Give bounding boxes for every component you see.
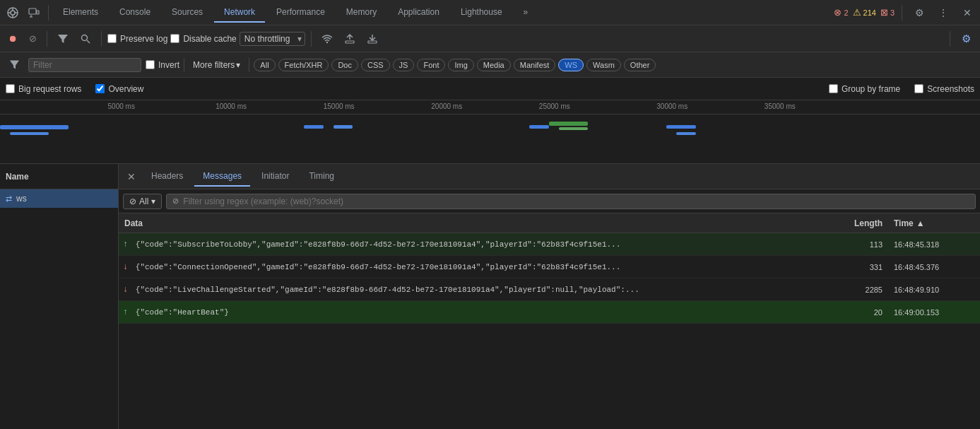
- row-time-3: 16:48:49.910: [888, 286, 980, 294]
- toolbar-sep-2: [101, 31, 102, 47]
- tab-memory[interactable]: Memory: [336, 3, 386, 23]
- filter-type-ws[interactable]: WS: [558, 59, 584, 71]
- search-icon[interactable]: [76, 29, 95, 49]
- tab-console[interactable]: Console: [110, 3, 160, 23]
- tab-application[interactable]: Application: [388, 3, 449, 23]
- filter-type-fetch/xhr[interactable]: Fetch/XHR: [278, 59, 329, 71]
- tab-more[interactable]: »: [514, 3, 538, 23]
- row-length-2: 331: [817, 263, 888, 271]
- devtools-icon[interactable]: [3, 3, 23, 23]
- error-badge[interactable]: ⊗ 2: [834, 7, 848, 18]
- filter-type-css[interactable]: CSS: [361, 59, 390, 71]
- filter-type-js[interactable]: JS: [393, 59, 415, 71]
- disable-cache-text: Disable cache: [183, 34, 236, 44]
- upload-icon[interactable]: [340, 29, 360, 49]
- invert-label[interactable]: Invert: [146, 60, 179, 70]
- record-button[interactable]: ⏺: [4, 30, 21, 47]
- settings-icon-inner: ⚙: [962, 33, 971, 45]
- big-rows-label[interactable]: Big request rows: [6, 84, 81, 94]
- filter-input[interactable]: [33, 60, 125, 70]
- svg-rect-14: [346, 41, 354, 43]
- table-row[interactable]: ↓ {"code":"LiveChallengeStarted","gameId…: [119, 278, 980, 301]
- filter-regex-icon: ⊘: [172, 196, 179, 206]
- screenshots-label[interactable]: Screenshots: [914, 84, 974, 94]
- filter-input-wrapper[interactable]: [28, 58, 141, 72]
- tab-timing[interactable]: Timing: [300, 167, 343, 187]
- sort-icon: ▲: [916, 218, 925, 228]
- device-toggle-icon[interactable]: [24, 3, 44, 23]
- filter-type-font[interactable]: Font: [417, 59, 445, 71]
- filter-type-wasm[interactable]: Wasm: [586, 59, 621, 71]
- info-badge[interactable]: ⊠ 3: [880, 7, 895, 18]
- tab-elements[interactable]: Elements: [53, 3, 108, 23]
- more-filters-chevron-icon: ▾: [236, 60, 240, 70]
- network-settings-icon[interactable]: ⚙: [956, 29, 976, 49]
- download-icon[interactable]: [362, 29, 382, 49]
- info-count: 3: [890, 8, 895, 17]
- filter-type-doc[interactable]: Doc: [331, 59, 358, 71]
- more-options-icon[interactable]: ⋮: [933, 3, 953, 23]
- tab-performance[interactable]: Performance: [266, 3, 335, 23]
- table-row[interactable]: ↑ {"code":"HeartBeat"} 20 16:49:00.153: [119, 301, 980, 324]
- filter-funnel-icon[interactable]: [4, 55, 24, 75]
- filter-type-media[interactable]: Media: [477, 59, 511, 71]
- wifi-icon[interactable]: [317, 29, 337, 49]
- messages-tab-bar: ✕ Headers Messages Initiator Timing: [119, 164, 980, 189]
- filter-type-other[interactable]: Other: [624, 59, 656, 71]
- disable-cache-checkbox[interactable]: [170, 34, 179, 43]
- filter-bar: Invert More filters ▾ AllFetch/XHRDocCSS…: [0, 52, 980, 78]
- more-filters-button[interactable]: More filters ▾: [189, 59, 244, 71]
- disable-cache-label[interactable]: Disable cache: [170, 34, 236, 44]
- preserve-log-checkbox[interactable]: [107, 34, 117, 43]
- ws-label: ws: [16, 194, 27, 204]
- close-icon[interactable]: ✕: [957, 3, 977, 23]
- tab-messages[interactable]: Messages: [194, 167, 250, 187]
- filter-type-img[interactable]: Img: [448, 59, 473, 71]
- settings-icon[interactable]: ⚙: [909, 3, 929, 23]
- row-length-1: 113: [817, 240, 888, 249]
- tab-sources[interactable]: Sources: [162, 3, 213, 23]
- tl-bar-6: [549, 122, 588, 126]
- content-area: Name ⇄ ws ✕ Headers Messages Initiator T…: [0, 164, 980, 429]
- stop-button[interactable]: ⊘: [24, 30, 41, 47]
- screenshots-checkbox[interactable]: [914, 84, 923, 93]
- group-by-frame-checkbox[interactable]: [829, 84, 838, 93]
- warning-badge[interactable]: ⚠ 214: [853, 7, 876, 18]
- tab-headers[interactable]: Headers: [143, 167, 191, 187]
- filter-type-all[interactable]: All: [254, 59, 275, 71]
- messages-filter-field[interactable]: [183, 196, 969, 206]
- overview-label[interactable]: Overview: [95, 84, 143, 94]
- preserve-log-label[interactable]: Preserve log: [107, 34, 167, 44]
- tl-bar-2: [10, 132, 49, 135]
- throttle-select[interactable]: No throttling: [240, 32, 305, 46]
- col-time-text: Time: [894, 218, 914, 228]
- filter-icon[interactable]: [53, 29, 73, 49]
- timeline-container: 5000 ms 10000 ms 15000 ms 20000 ms 25000…: [0, 100, 980, 164]
- group-by-frame-label[interactable]: Group by frame: [829, 84, 900, 94]
- tab-initiator[interactable]: Initiator: [253, 167, 297, 187]
- throttle-wrapper[interactable]: No throttling: [240, 32, 305, 46]
- tab-separator-1: [48, 5, 49, 20]
- error-count: 2: [844, 8, 848, 17]
- overview-checkbox[interactable]: [95, 84, 105, 93]
- filter-type-manifest[interactable]: Manifest: [514, 59, 556, 71]
- table-row[interactable]: ↑ {"code":"SubscribeToLobby","gameId":"e…: [119, 233, 980, 256]
- table-row[interactable]: ↓ {"code":"ConnectionOpened","gameId":"e…: [119, 256, 980, 278]
- tab-lighthouse[interactable]: Lighthouse: [451, 3, 512, 23]
- arrow-down-icon: ↓: [123, 285, 128, 295]
- close-panel-button[interactable]: ✕: [123, 170, 140, 184]
- messages-filter-input[interactable]: ⊘: [166, 194, 976, 209]
- filter-sep: [184, 58, 184, 72]
- big-rows-checkbox[interactable]: [6, 84, 15, 93]
- ws-row[interactable]: ⇄ ws: [0, 189, 118, 208]
- table-header: Data Length Time ▲: [119, 213, 980, 233]
- invert-checkbox[interactable]: [146, 60, 155, 69]
- tick-15000: 15000 ms: [324, 102, 355, 110]
- row-data-1: ↑ {"code":"SubscribeToLobby","gameId":"e…: [119, 240, 817, 249]
- panel-header: Name: [0, 164, 118, 189]
- col-time-header: Time ▲: [888, 218, 980, 228]
- tab-network[interactable]: Network: [214, 3, 265, 23]
- left-panel: Name ⇄ ws: [0, 164, 119, 429]
- all-dropdown[interactable]: ⊘ All ▾: [123, 194, 162, 209]
- right-panel: ✕ Headers Messages Initiator Timing ⊘ Al…: [119, 164, 980, 429]
